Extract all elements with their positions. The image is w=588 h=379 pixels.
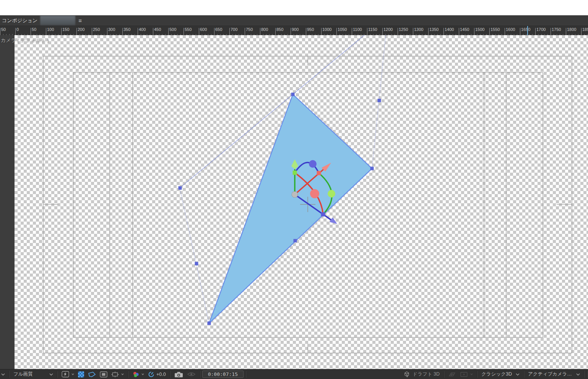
path-vertex-handle[interactable] (208, 322, 211, 325)
toolbar-separator (170, 371, 171, 378)
anchor-point-handle[interactable] (292, 191, 298, 198)
extended-viewer-toggle[interactable] (458, 372, 475, 377)
ruler-major-tick (367, 28, 367, 35)
ruler-label: 650 (215, 27, 222, 32)
path-vertex-handle[interactable] (291, 93, 295, 96)
horizontal-ruler[interactable]: 5005010015020025030035040045050055060065… (0, 26, 588, 35)
toolbar-separator (443, 371, 444, 378)
camera-view-label: カメラ ( デフォルト ) (1, 37, 49, 44)
ruler-label: 550 (185, 27, 192, 32)
composition-tab[interactable]: コンポジション (0, 17, 37, 24)
ruler-major-tick (168, 28, 169, 35)
ruler-major-tick (398, 28, 398, 35)
transparency-grid-toggle[interactable] (76, 371, 86, 377)
current-time-field[interactable]: 0:00:07:15 (202, 371, 244, 378)
eye-icon (187, 371, 196, 377)
xz-plane-handle[interactable] (310, 189, 319, 198)
ruler-major-tick (92, 28, 92, 35)
ruler-major-tick (581, 28, 582, 35)
z-rotate-handle[interactable] (321, 212, 325, 217)
resolution-dropdown[interactable]: フル画質 (11, 371, 55, 377)
path-vertex-handle[interactable] (294, 239, 297, 243)
z-axis-arrowhead[interactable] (330, 217, 337, 224)
window-top-margin (0, 0, 588, 15)
exposure-value[interactable]: +0.0 (156, 372, 166, 377)
ruler-label: 1400 (445, 27, 454, 32)
ground-plane-toggle[interactable] (446, 372, 458, 377)
ruler-label: 950 (307, 27, 314, 32)
scene-overlay (0, 35, 588, 369)
ruler-major-tick (321, 28, 322, 35)
composition-name-redacted (40, 16, 75, 25)
ruler-label: 700 (231, 27, 237, 32)
ruler-label: 1050 (338, 27, 347, 32)
ruler-label: 850 (276, 27, 283, 32)
ruler-major-tick (122, 28, 123, 35)
chevron-down-icon (49, 373, 53, 376)
chevron-down-icon (470, 373, 473, 375)
chevron-down-icon (141, 373, 144, 375)
grid-guide-options-button[interactable] (98, 371, 109, 377)
ruler-major-tick (76, 28, 77, 35)
ruler-major-tick (46, 28, 46, 35)
ruler-major-tick (474, 28, 474, 35)
composition-viewport[interactable]: カメラ ( デフォルト ) (0, 35, 588, 369)
magnification-dropdown[interactable] (0, 373, 7, 376)
toolbar-separator (477, 371, 478, 378)
shape-layer-triangle[interactable] (209, 94, 372, 323)
ruler-major-tick (535, 28, 536, 35)
show-snapshot-button[interactable] (185, 371, 198, 377)
ruler-major-tick (291, 28, 291, 35)
ruler-major-tick (306, 28, 306, 35)
chevron-down-icon (121, 373, 124, 375)
ruler-label: 600 (200, 27, 207, 32)
xy-plane-handle[interactable] (309, 160, 317, 168)
ruler-label: 1800 (567, 27, 576, 32)
take-snapshot-button[interactable] (172, 371, 185, 377)
ruler-label: 1000 (322, 27, 331, 32)
ruler-major-tick (566, 28, 566, 35)
ruler-label: 1650 (521, 27, 530, 32)
chevron-down-icon (71, 373, 74, 375)
panel-menu-icon[interactable]: ≡ (78, 18, 82, 23)
ruler-label: 500 (169, 27, 176, 32)
ruler-label: 1550 (491, 27, 500, 32)
ruler-major-tick (199, 28, 199, 35)
ruler-label: 1200 (383, 27, 393, 32)
ruler-major-tick (459, 28, 459, 35)
region-of-interest-button[interactable] (109, 371, 126, 377)
draft-3d-toggle[interactable]: ドラフト 3D (401, 371, 442, 378)
ruler-major-tick (551, 28, 551, 35)
panel-tab-bar: コンポジション ≡ (0, 15, 588, 26)
y-rotate-handle[interactable] (293, 171, 297, 175)
view-layout-dropdown[interactable]: アクティブカメラ… (526, 371, 582, 377)
ruler-major-tick (0, 28, 0, 35)
lightning-icon (62, 371, 69, 377)
ruler-label: 1850 (582, 27, 588, 32)
ruler-label: 50 (1, 27, 6, 32)
ruler-label: 450 (154, 27, 161, 32)
path-vertex-handle[interactable] (179, 186, 182, 190)
chevron-down-icon (576, 373, 580, 376)
path-vertex-handle[interactable] (195, 262, 198, 266)
yz-plane-handle[interactable] (328, 190, 335, 198)
cube-3d-icon (403, 371, 411, 378)
mask-shape-icon (88, 371, 96, 377)
renderer-dropdown[interactable]: クラシック3D (479, 371, 521, 377)
ruler-major-tick (229, 28, 230, 35)
path-vertex-handle[interactable] (378, 99, 381, 102)
path-vertex-handle[interactable] (370, 167, 374, 170)
ruler-major-tick (505, 28, 505, 35)
exposure-control[interactable]: +0.0 (146, 371, 168, 377)
fast-previews-button[interactable] (60, 371, 76, 377)
toolbar-separator (584, 371, 585, 378)
camera-icon (174, 371, 183, 377)
ground-plane-icon (448, 372, 456, 377)
ruler-major-tick (107, 28, 107, 35)
show-channel-dropdown[interactable] (130, 371, 146, 377)
x-rotate-handle[interactable] (317, 171, 321, 175)
safe-guides-icon (100, 371, 107, 377)
mask-path-visibility-toggle[interactable] (86, 371, 98, 377)
toolbar-separator (200, 371, 200, 378)
ruler-label: 1500 (475, 27, 484, 32)
